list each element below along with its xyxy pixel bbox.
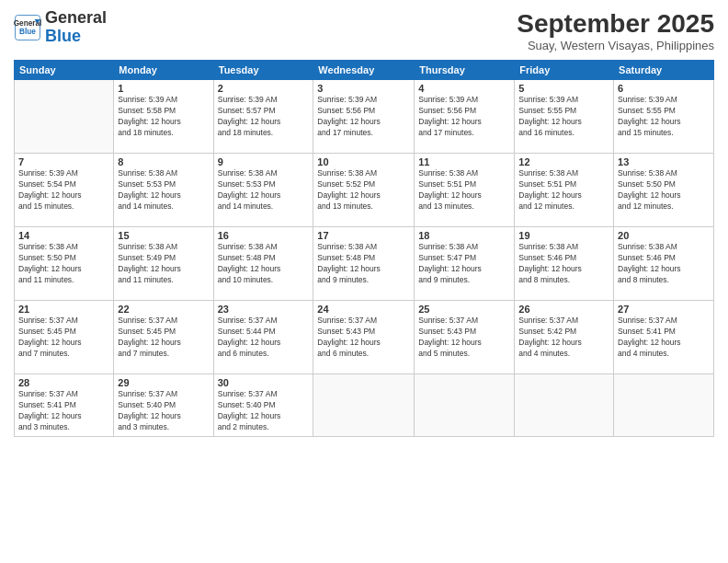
day-info: Sunrise: 5:39 AMSunset: 5:56 PMDaylight:…	[317, 95, 410, 139]
calendar-cell: 28Sunrise: 5:37 AMSunset: 5:41 PMDayligh…	[15, 374, 114, 437]
day-info: Sunrise: 5:37 AMSunset: 5:43 PMDaylight:…	[317, 316, 410, 360]
calendar-cell: 26Sunrise: 5:37 AMSunset: 5:42 PMDayligh…	[515, 301, 614, 374]
day-number: 30	[218, 377, 310, 388]
day-number: 18	[418, 230, 510, 241]
col-thursday: Thursday	[415, 61, 515, 80]
calendar-cell: 27Sunrise: 5:37 AMSunset: 5:41 PMDayligh…	[614, 301, 714, 374]
day-number: 13	[618, 156, 710, 167]
col-monday: Monday	[114, 61, 213, 80]
day-info: Sunrise: 5:39 AMSunset: 5:55 PMDaylight:…	[618, 95, 710, 139]
calendar-cell: 10Sunrise: 5:38 AMSunset: 5:52 PMDayligh…	[313, 154, 415, 227]
header-row: Sunday Monday Tuesday Wednesday Thursday…	[15, 61, 714, 80]
title-block: September 2025 Suay, Western Visayas, Ph…	[517, 9, 714, 52]
col-wednesday: Wednesday	[313, 61, 415, 80]
day-info: Sunrise: 5:38 AMSunset: 5:53 PMDaylight:…	[118, 168, 209, 213]
calendar-cell: 24Sunrise: 5:37 AMSunset: 5:43 PMDayligh…	[313, 301, 415, 374]
day-info: Sunrise: 5:38 AMSunset: 5:48 PMDaylight:…	[317, 242, 410, 286]
calendar-cell: 20Sunrise: 5:38 AMSunset: 5:46 PMDayligh…	[614, 227, 714, 301]
logo: General Blue GeneralBlue	[14, 9, 107, 46]
day-info: Sunrise: 5:37 AMSunset: 5:41 PMDaylight:…	[618, 316, 710, 360]
calendar-cell: 6Sunrise: 5:39 AMSunset: 5:55 PMDaylight…	[614, 80, 714, 154]
day-number: 23	[218, 304, 310, 315]
logo-icon: General Blue	[14, 14, 41, 41]
day-number: 29	[118, 377, 209, 388]
col-saturday: Saturday	[614, 61, 714, 80]
day-info: Sunrise: 5:37 AMSunset: 5:44 PMDaylight:…	[218, 316, 310, 360]
day-info: Sunrise: 5:39 AMSunset: 5:57 PMDaylight:…	[218, 95, 310, 139]
calendar-cell: 1Sunrise: 5:39 AMSunset: 5:58 PMDaylight…	[114, 80, 213, 154]
day-info: Sunrise: 5:37 AMSunset: 5:43 PMDaylight:…	[418, 316, 510, 360]
calendar-cell: 29Sunrise: 5:37 AMSunset: 5:40 PMDayligh…	[114, 374, 213, 437]
calendar-cell: 5Sunrise: 5:39 AMSunset: 5:55 PMDaylight…	[515, 80, 614, 154]
day-number: 26	[518, 304, 609, 315]
calendar-cell: 12Sunrise: 5:38 AMSunset: 5:51 PMDayligh…	[515, 154, 614, 227]
col-sunday: Sunday	[15, 61, 114, 80]
calendar: Sunday Monday Tuesday Wednesday Thursday…	[14, 60, 714, 437]
calendar-cell: 11Sunrise: 5:38 AMSunset: 5:51 PMDayligh…	[415, 154, 515, 227]
day-number: 15	[118, 230, 209, 241]
day-info: Sunrise: 5:39 AMSunset: 5:56 PMDaylight:…	[418, 95, 510, 139]
day-info: Sunrise: 5:38 AMSunset: 5:46 PMDaylight:…	[618, 242, 710, 286]
day-number: 17	[317, 230, 410, 241]
day-number: 16	[218, 230, 310, 241]
day-info: Sunrise: 5:38 AMSunset: 5:52 PMDaylight:…	[317, 168, 410, 213]
logo-blue: Blue	[45, 27, 81, 45]
calendar-cell: 21Sunrise: 5:37 AMSunset: 5:45 PMDayligh…	[15, 301, 114, 374]
day-info: Sunrise: 5:39 AMSunset: 5:58 PMDaylight:…	[118, 95, 209, 139]
calendar-cell: 3Sunrise: 5:39 AMSunset: 5:56 PMDaylight…	[313, 80, 415, 154]
day-info: Sunrise: 5:39 AMSunset: 5:54 PMDaylight:…	[18, 168, 109, 213]
day-number: 9	[218, 156, 310, 167]
day-number: 22	[118, 304, 209, 315]
svg-text:Blue: Blue	[19, 28, 36, 36]
day-number: 28	[18, 377, 109, 388]
day-info: Sunrise: 5:38 AMSunset: 5:53 PMDaylight:…	[218, 168, 310, 213]
day-info: Sunrise: 5:38 AMSunset: 5:49 PMDaylight:…	[118, 242, 209, 286]
day-number: 5	[518, 83, 609, 94]
month-title: September 2025	[517, 9, 714, 39]
day-info: Sunrise: 5:37 AMSunset: 5:42 PMDaylight:…	[518, 316, 609, 360]
day-info: Sunrise: 5:39 AMSunset: 5:55 PMDaylight:…	[518, 95, 609, 139]
day-number: 4	[418, 83, 510, 94]
calendar-cell: 22Sunrise: 5:37 AMSunset: 5:45 PMDayligh…	[114, 301, 213, 374]
calendar-cell: 15Sunrise: 5:38 AMSunset: 5:49 PMDayligh…	[114, 227, 213, 301]
calendar-cell	[614, 374, 714, 437]
day-number: 20	[618, 230, 710, 241]
day-info: Sunrise: 5:37 AMSunset: 5:40 PMDaylight:…	[218, 389, 310, 433]
calendar-cell: 16Sunrise: 5:38 AMSunset: 5:48 PMDayligh…	[213, 227, 313, 301]
day-info: Sunrise: 5:37 AMSunset: 5:45 PMDaylight:…	[18, 316, 109, 360]
day-info: Sunrise: 5:37 AMSunset: 5:41 PMDaylight:…	[18, 389, 109, 433]
calendar-cell: 8Sunrise: 5:38 AMSunset: 5:53 PMDaylight…	[114, 154, 213, 227]
calendar-cell: 18Sunrise: 5:38 AMSunset: 5:47 PMDayligh…	[415, 227, 515, 301]
calendar-cell: 30Sunrise: 5:37 AMSunset: 5:40 PMDayligh…	[213, 374, 313, 437]
day-info: Sunrise: 5:38 AMSunset: 5:46 PMDaylight:…	[518, 242, 609, 286]
day-number: 19	[518, 230, 609, 241]
calendar-cell: 23Sunrise: 5:37 AMSunset: 5:44 PMDayligh…	[213, 301, 313, 374]
day-number: 24	[317, 304, 410, 315]
col-friday: Friday	[515, 61, 614, 80]
day-info: Sunrise: 5:37 AMSunset: 5:40 PMDaylight:…	[118, 389, 209, 433]
day-info: Sunrise: 5:38 AMSunset: 5:51 PMDaylight:…	[518, 168, 609, 213]
calendar-cell	[515, 374, 614, 437]
calendar-cell: 9Sunrise: 5:38 AMSunset: 5:53 PMDaylight…	[213, 154, 313, 227]
day-info: Sunrise: 5:38 AMSunset: 5:47 PMDaylight:…	[418, 242, 510, 286]
day-number: 1	[118, 83, 209, 94]
day-number: 27	[618, 304, 710, 315]
calendar-cell: 19Sunrise: 5:38 AMSunset: 5:46 PMDayligh…	[515, 227, 614, 301]
day-number: 12	[518, 156, 609, 167]
day-info: Sunrise: 5:38 AMSunset: 5:51 PMDaylight:…	[418, 168, 510, 213]
logo-text: GeneralBlue	[45, 9, 107, 46]
calendar-cell: 7Sunrise: 5:39 AMSunset: 5:54 PMDaylight…	[15, 154, 114, 227]
header: General Blue GeneralBlue September 2025 …	[14, 9, 714, 52]
calendar-cell: 17Sunrise: 5:38 AMSunset: 5:48 PMDayligh…	[313, 227, 415, 301]
calendar-cell	[415, 374, 515, 437]
calendar-cell	[15, 80, 114, 154]
day-number: 3	[317, 83, 410, 94]
calendar-cell: 14Sunrise: 5:38 AMSunset: 5:50 PMDayligh…	[15, 227, 114, 301]
day-info: Sunrise: 5:38 AMSunset: 5:48 PMDaylight:…	[218, 242, 310, 286]
day-number: 6	[618, 83, 710, 94]
calendar-cell: 4Sunrise: 5:39 AMSunset: 5:56 PMDaylight…	[415, 80, 515, 154]
page: General Blue GeneralBlue September 2025 …	[0, 0, 728, 563]
day-info: Sunrise: 5:37 AMSunset: 5:45 PMDaylight:…	[118, 316, 209, 360]
calendar-cell: 2Sunrise: 5:39 AMSunset: 5:57 PMDaylight…	[213, 80, 313, 154]
calendar-cell	[313, 374, 415, 437]
